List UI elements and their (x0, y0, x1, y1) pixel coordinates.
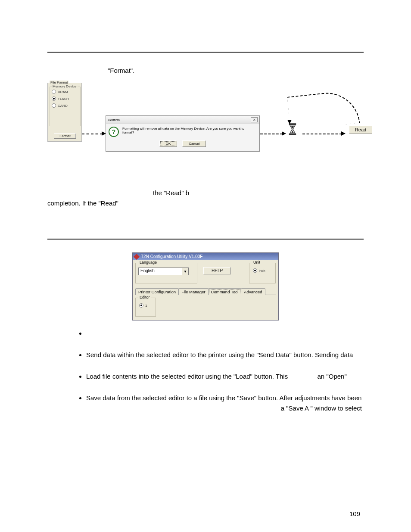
language-value: English (139, 268, 182, 275)
radio-label: DRAM (58, 90, 68, 94)
chevron-down-icon: ▼ (182, 268, 188, 275)
read-button[interactable]: Read (349, 125, 372, 134)
format-button[interactable]: Format (54, 133, 76, 139)
figure-format-flow: File Format Memory Device DRAM FLASH CAR… (47, 80, 364, 171)
radio-label: FLASH (58, 97, 69, 101)
editor-group: Editor 1 (135, 298, 156, 317)
editor-value: 1 (145, 304, 147, 308)
tab-file-manager[interactable]: File Manager (178, 288, 208, 295)
page-number: 109 (349, 510, 360, 517)
arrow-dash (302, 134, 342, 134)
list-item: Save data from the selected editor to a … (86, 393, 364, 414)
radio-label: CARD (58, 104, 68, 108)
tab-bar: Printer Configuration File Manager Comma… (135, 288, 276, 295)
cancel-button[interactable]: Cancel (182, 140, 206, 147)
language-label: Language (138, 260, 158, 264)
radio-inch[interactable]: inch (252, 268, 273, 274)
arrow-dash (260, 134, 283, 134)
dialog-message: Formatting will remove all data on the M… (122, 127, 257, 134)
radio-icon (52, 96, 56, 101)
arc-dash (287, 90, 360, 131)
help-button[interactable]: HELP (203, 267, 231, 274)
horizontal-rule (47, 239, 364, 240)
radio-flash[interactable]: FLASH (50, 94, 80, 101)
intro-text: "Format". (47, 65, 364, 76)
arrow-dash (82, 134, 103, 134)
memory-device-group: Memory Device DRAM FLASH CARD (50, 87, 81, 126)
ok-button[interactable]: OK (159, 140, 177, 147)
dialog-titlebar: Confirm ✕ (106, 116, 259, 124)
list-item (86, 328, 364, 339)
close-icon[interactable]: ✕ (251, 117, 258, 122)
paragraph-fragment: the "Read" b (47, 188, 364, 198)
memory-device-label: Memory Device (52, 84, 78, 88)
tab-advanced[interactable]: Advanced (241, 288, 265, 295)
file-format-group: File Format Memory Device DRAM FLASH CAR… (47, 83, 82, 142)
list-item: Load file contents into the selected edi… (86, 371, 364, 382)
radio-icon (52, 90, 56, 94)
unit-label: Unit (252, 260, 262, 264)
arrow-down-icon (287, 120, 292, 124)
config-utility-window: T2N Configuration Utility V1.00F Languag… (132, 252, 279, 320)
window-titlebar: T2N Configuration Utility V1.00F (133, 253, 278, 260)
file-format-label: File Format (50, 81, 68, 84)
dialog-title-text: Confirm (108, 118, 120, 122)
app-icon (134, 253, 140, 259)
arrow-head-icon (282, 131, 286, 136)
editor-label: Editor (138, 295, 151, 299)
tab-command-tool[interactable]: Command Tool (208, 288, 242, 295)
unit-group: Unit inch (249, 263, 276, 283)
radio-icon (52, 103, 56, 108)
question-icon: ? (109, 127, 119, 137)
window-title-text: T2N Configuration Utility V1.00F (141, 254, 202, 259)
arrow-head-icon (341, 131, 346, 136)
list-item: Send data within the selected editor to … (86, 350, 364, 360)
horizontal-rule (47, 52, 364, 53)
radio-editor-1[interactable]: 1 (138, 302, 153, 308)
radio-icon (139, 303, 143, 308)
radio-card[interactable]: CARD (50, 101, 80, 108)
feature-list: Send data within the selected editor to … (69, 328, 364, 414)
language-select[interactable]: English ▼ (138, 268, 189, 275)
unit-value: inch (259, 269, 265, 273)
tab-printer-configuration[interactable]: Printer Configuration (135, 288, 179, 295)
radio-icon (253, 268, 257, 273)
language-group: Language English ▼ (135, 263, 197, 283)
paragraph-fragment: completion. If the "Read" (47, 198, 364, 208)
confirm-dialog: Confirm ✕ ? Formatting will remove all d… (106, 115, 260, 152)
